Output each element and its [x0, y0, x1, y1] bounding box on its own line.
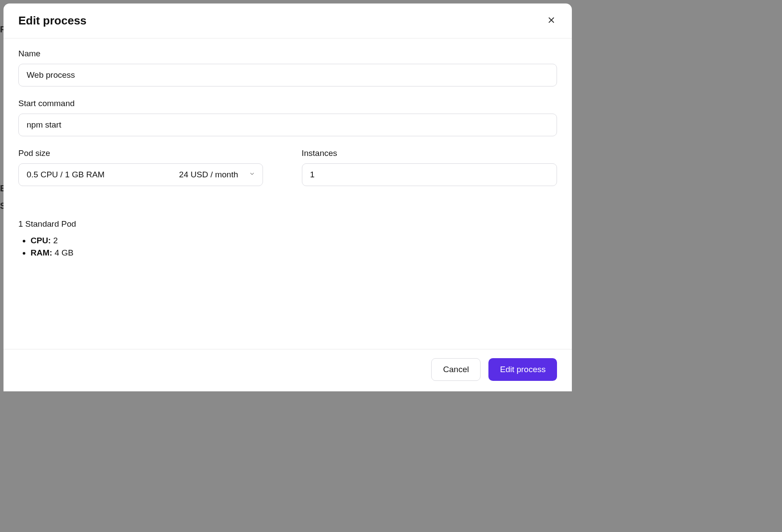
- summary-ram-value: 4 GB: [52, 248, 74, 257]
- instances-col: Instances: [302, 149, 557, 198]
- summary-title: 1 Standard Pod: [18, 219, 557, 229]
- summary-list: CPU: 2 RAM: 4 GB: [18, 236, 557, 258]
- pod-size-select[interactable]: 0.5 CPU / 1 GB RAM 24 USD / month: [18, 163, 263, 186]
- start-command-label: Start command: [18, 99, 557, 108]
- close-icon: [547, 16, 555, 25]
- instances-input[interactable]: [302, 163, 557, 186]
- name-label: Name: [18, 49, 557, 59]
- size-instances-row: Pod size 0.5 CPU / 1 GB RAM 24 USD / mon…: [18, 149, 557, 198]
- name-input[interactable]: [18, 64, 557, 86]
- cancel-button[interactable]: Cancel: [431, 358, 481, 381]
- start-command-input[interactable]: [18, 114, 557, 136]
- modal-body: Name Start command Pod size 0.5 CPU / 1 …: [3, 38, 572, 349]
- pod-size-col: Pod size 0.5 CPU / 1 GB RAM 24 USD / mon…: [18, 149, 274, 198]
- start-command-field-group: Start command: [18, 99, 557, 136]
- modal-header: Edit process: [3, 3, 572, 38]
- pod-size-field-group: Pod size 0.5 CPU / 1 GB RAM 24 USD / mon…: [18, 149, 274, 186]
- pod-summary: 1 Standard Pod CPU: 2 RAM: 4 GB: [18, 219, 557, 258]
- pod-size-spec: 0.5 CPU / 1 GB RAM: [27, 170, 104, 180]
- submit-button[interactable]: Edit process: [488, 358, 557, 381]
- edit-process-modal: Edit process Name Start command Pod size: [3, 3, 572, 391]
- summary-ram-label: RAM:: [31, 248, 52, 257]
- summary-item-cpu: CPU: 2: [31, 236, 557, 245]
- pod-size-label: Pod size: [18, 149, 274, 158]
- summary-cpu-value: 2: [51, 236, 58, 245]
- summary-cpu-label: CPU:: [31, 236, 51, 245]
- instances-field-group: Instances: [302, 149, 557, 186]
- close-button[interactable]: [546, 14, 557, 27]
- summary-item-ram: RAM: 4 GB: [31, 248, 557, 258]
- modal-title: Edit process: [18, 14, 87, 28]
- modal-footer: Cancel Edit process: [3, 349, 572, 391]
- instances-label: Instances: [302, 149, 557, 158]
- name-field-group: Name: [18, 49, 557, 86]
- pod-size-price: 24 USD / month: [179, 170, 238, 180]
